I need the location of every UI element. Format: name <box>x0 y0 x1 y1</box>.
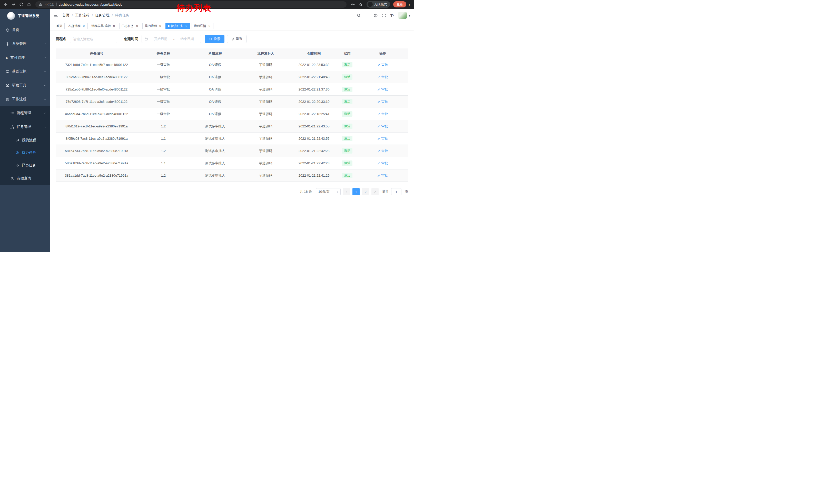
cell-status: 激活 <box>338 99 357 104</box>
table-row: 580e1b3d-7ac8-11ec-a9e2-a2380e71991a1.1测… <box>56 157 408 170</box>
approve-link[interactable]: 审批 <box>377 99 388 104</box>
cell-task-name: 1.2 <box>137 124 189 128</box>
approve-link[interactable]: 审批 <box>377 161 388 166</box>
sidebar-item[interactable]: 任务管理 <box>0 120 50 134</box>
fontsize-icon[interactable]: TT <box>390 13 394 17</box>
process-name-input[interactable] <box>70 35 117 43</box>
close-icon[interactable]: × <box>185 25 188 28</box>
sidebar-item-label: 首页 <box>12 28 19 32</box>
close-icon[interactable]: × <box>82 25 85 28</box>
cell-process: 测试多审批人 <box>189 173 241 178</box>
edit-icon <box>377 174 380 177</box>
cell-task-name: 1.1 <box>137 161 189 165</box>
chevron-left-icon <box>345 190 348 193</box>
pagination-pages: 12 <box>353 188 369 195</box>
incognito-badge: 无痕模式 <box>367 1 390 8</box>
approve-link[interactable]: 审批 <box>377 112 388 117</box>
fullscreen-icon[interactable] <box>382 13 386 18</box>
breadcrumb-item[interactable]: 首页 <box>62 13 70 18</box>
avatar[interactable] <box>398 12 407 19</box>
approve-link[interactable]: 审批 <box>377 87 388 92</box>
warning-icon <box>38 1 43 8</box>
sidebar-item-label: 支付管理 <box>10 55 25 60</box>
tasks-icon <box>10 125 14 129</box>
approve-link[interactable]: 审批 <box>377 124 388 129</box>
close-icon[interactable]: × <box>159 25 162 28</box>
next-page-button[interactable] <box>371 188 379 195</box>
incognito-icon <box>368 2 373 7</box>
sidebar-item[interactable]: ¥支付管理 <box>0 51 50 64</box>
cell-process: 测试多审批人 <box>189 124 241 129</box>
update-button[interactable]: 更新 <box>393 1 406 7</box>
approve-link[interactable]: 审批 <box>377 149 388 153</box>
table-row: 75d72608-7b7f-11ec-a3c8-acde48001122一级审批… <box>56 96 408 108</box>
address-bar[interactable]: 不安全 dashboard.yudao.iocoder.cn/bpm/task/… <box>35 1 346 8</box>
breadcrumb-item[interactable]: 工作流程 <box>75 13 89 18</box>
close-icon[interactable]: × <box>208 25 211 28</box>
hamburger-icon[interactable] <box>54 13 58 18</box>
close-icon[interactable]: × <box>135 25 139 28</box>
goto-page-input[interactable] <box>391 188 402 195</box>
sidebar-item[interactable]: 工作流程 <box>0 92 50 106</box>
app-logo[interactable]: 芋道管理系统 <box>0 9 50 23</box>
key-icon[interactable] <box>349 1 356 8</box>
app-title: 芋道管理系统 <box>18 13 39 18</box>
navbar-actions: TT ▾ <box>357 12 410 19</box>
screen: 不安全 dashboard.yudao.iocoder.cn/bpm/task/… <box>0 0 414 252</box>
sidebar-item[interactable]: 我的流程 <box>0 134 50 146</box>
home-icon[interactable] <box>26 1 32 8</box>
tab-item[interactable]: 流程详情× <box>192 23 213 29</box>
prev-page-button[interactable] <box>343 188 350 195</box>
cell-initiator: 芋道源码 <box>241 62 291 67</box>
page-button[interactable]: 1 <box>353 188 360 195</box>
tab-item[interactable]: 首页 <box>54 23 65 29</box>
sidebar-item[interactable]: 待办任务 <box>0 146 50 159</box>
edit-icon <box>377 100 380 103</box>
reset-button[interactable]: 重置 <box>227 35 247 43</box>
app-body: 芋道管理系统 首页系统管理¥支付管理基础设施研发工具工作流程流程管理任务管理我的… <box>0 9 414 252</box>
star-icon[interactable] <box>357 1 364 8</box>
end-date-placeholder: 结束日期 <box>176 37 198 41</box>
page-button[interactable]: 2 <box>362 188 369 195</box>
page-size-select[interactable]: 10条/页 ▾ <box>316 188 341 195</box>
sidebar-item[interactable]: 已办任务 <box>0 159 50 172</box>
close-icon[interactable]: × <box>112 25 116 28</box>
tab-item[interactable]: 流程表单-编辑× <box>89 23 118 29</box>
sidebar-item[interactable]: 首页 <box>0 23 50 37</box>
tab-item[interactable]: 我的流程× <box>142 23 164 29</box>
help-icon[interactable] <box>373 13 378 18</box>
approve-link-label: 审批 <box>381 112 388 117</box>
github-icon[interactable] <box>365 13 369 18</box>
status-badge: 激活 <box>342 136 353 141</box>
tab-item[interactable]: 发起流程× <box>66 23 88 29</box>
browser-chrome: 不安全 dashboard.yudao.iocoder.cn/bpm/task/… <box>0 0 414 9</box>
forward-icon[interactable] <box>10 1 17 8</box>
total-count: 共 16 条 <box>300 189 312 194</box>
search-icon[interactable] <box>357 13 361 18</box>
breadcrumb-item[interactable]: 任务管理 <box>95 13 110 18</box>
sidebar-item[interactable]: 流程管理 <box>0 106 50 120</box>
sidebar-item[interactable]: 基础设施 <box>0 64 50 79</box>
approve-link[interactable]: 审批 <box>377 62 388 67</box>
menu-dots-icon[interactable]: ⋮ <box>407 1 411 8</box>
tab-item[interactable]: 已办任务× <box>119 23 141 29</box>
cell-process: 测试多审批人 <box>189 136 241 141</box>
sidebar-item[interactable]: 研发工具 <box>0 79 50 92</box>
cell-actions: 审批 <box>357 136 408 141</box>
cell-task-id: 75d72608-7b7f-11ec-a3c8-acde48001122 <box>56 100 137 103</box>
approve-link[interactable]: 审批 <box>377 75 388 80</box>
sidebar-item[interactable]: 请假查询 <box>0 172 50 185</box>
back-icon[interactable] <box>3 1 9 8</box>
cell-status: 激活 <box>338 161 357 166</box>
column-header: 任务名称 <box>137 51 189 56</box>
approve-link[interactable]: 审批 <box>377 173 388 178</box>
cell-task-name: 一级审批 <box>137 62 189 67</box>
date-range-picker[interactable]: 开始日期 - 结束日期 <box>141 35 201 43</box>
reload-icon[interactable] <box>18 1 25 8</box>
search-button[interactable]: 搜索 <box>205 35 224 43</box>
approve-link[interactable]: 审批 <box>377 136 388 141</box>
tab-label: 待办任务 <box>171 24 183 28</box>
sidebar-item[interactable]: 系统管理 <box>0 37 50 51</box>
tab-item[interactable]: 待办任务× <box>165 23 190 29</box>
column-header: 创建时间 <box>291 51 338 56</box>
